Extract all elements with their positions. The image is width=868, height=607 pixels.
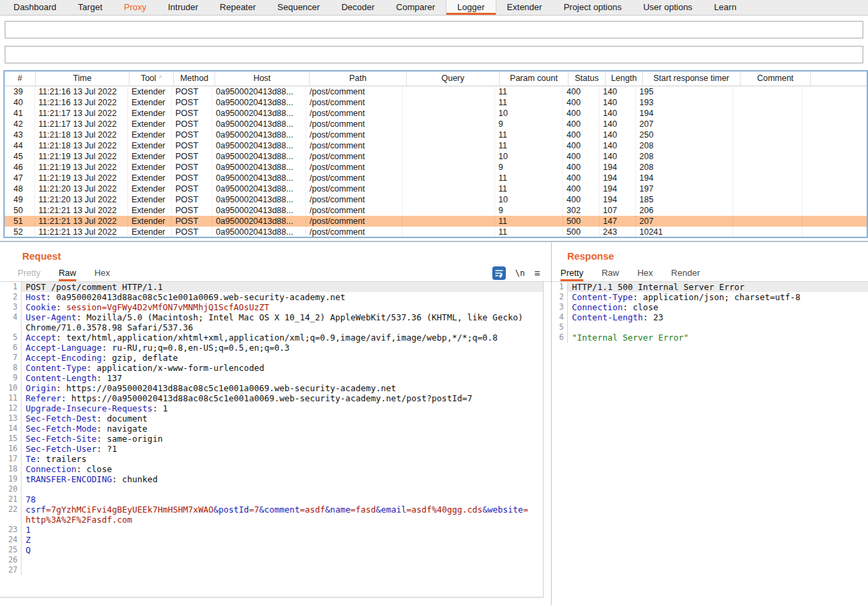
request-tab-pretty[interactable]: Pretty bbox=[18, 267, 40, 281]
top-tab-logger[interactable]: Logger bbox=[446, 0, 496, 15]
code-text: "Internal Server Error" bbox=[567, 333, 868, 343]
cell-filler bbox=[803, 183, 867, 194]
table-row[interactable]: 4811:21:20 13 Jul 2022ExtenderPOST0a9500… bbox=[5, 183, 867, 194]
table-row[interactable]: 4211:21:17 13 Jul 2022ExtenderPOST0a9500… bbox=[5, 119, 867, 129]
top-tab-proxy[interactable]: Proxy bbox=[113, 0, 157, 15]
code-line: 18Connection: close bbox=[0, 464, 543, 474]
column-header-start-response-timer[interactable]: Start response timer bbox=[643, 71, 741, 86]
editor-menu-icon[interactable]: ≡ bbox=[534, 268, 540, 278]
request-editor[interactable]: 1POST /post/comment HTTP/1.12Host: 0a950… bbox=[0, 282, 544, 598]
line-number: 7 bbox=[0, 353, 21, 363]
top-tab-dashboard[interactable]: Dashboard bbox=[3, 0, 67, 15]
code-line: 2Content-Type: application/json; charset… bbox=[552, 292, 868, 302]
table-row[interactable]: 4511:21:19 13 Jul 2022ExtenderPOST0a9500… bbox=[5, 151, 867, 162]
cell-num: 46 bbox=[5, 162, 35, 173]
column-header-method[interactable]: Method bbox=[174, 71, 215, 86]
code-line: 5Accept: text/html,application/xhtml+xml… bbox=[0, 333, 543, 343]
table-row[interactable]: 4711:21:19 13 Jul 2022ExtenderPOST0a9500… bbox=[5, 173, 867, 183]
cell-length: 140 bbox=[600, 86, 636, 97]
cell-query bbox=[403, 162, 495, 173]
table-row[interactable]: 5211:21:21 13 Jul 2022ExtenderPOST0a9500… bbox=[5, 227, 867, 237]
top-tab-extender[interactable]: Extender bbox=[496, 0, 553, 15]
top-tab-repeater[interactable]: Repeater bbox=[209, 0, 266, 15]
response-tab-raw[interactable]: Raw bbox=[602, 267, 619, 281]
top-tab-learn[interactable]: Learn bbox=[703, 0, 747, 15]
table-row[interactable]: 4111:21:17 13 Jul 2022ExtenderPOST0a9500… bbox=[5, 108, 867, 119]
code-line: 6Accept-Language: ru-RU,ru;q=0.8,en-US;q… bbox=[0, 343, 543, 353]
response-tab-render[interactable]: Render bbox=[671, 267, 700, 281]
request-tab-raw[interactable]: Raw bbox=[59, 267, 76, 281]
column-header-comment[interactable]: Comment bbox=[741, 71, 811, 86]
line-number: 5 bbox=[0, 333, 21, 343]
top-tab-comparer[interactable]: Comparer bbox=[385, 0, 446, 15]
request-tab-hex[interactable]: Hex bbox=[94, 267, 110, 281]
cell-param_count: 11 bbox=[495, 173, 563, 183]
line-number: 19 bbox=[0, 474, 21, 484]
cell-host: 0a9500020413d88... bbox=[212, 227, 306, 237]
code-text: Z bbox=[21, 535, 543, 545]
request-panel-title: Request bbox=[22, 250, 551, 262]
cell-time: 11:21:18 13 Jul 2022 bbox=[35, 129, 128, 140]
table-row[interactable]: 4411:21:18 13 Jul 2022ExtenderPOST0a9500… bbox=[5, 140, 867, 151]
cell-param_count: 11 bbox=[495, 129, 563, 140]
cell-tool: Extender bbox=[128, 173, 172, 183]
column-header-length[interactable]: Length bbox=[606, 71, 643, 86]
table-row[interactable]: 5111:21:21 13 Jul 2022ExtenderPOST0a9500… bbox=[5, 216, 867, 227]
response-tab-pretty[interactable]: Pretty bbox=[560, 267, 583, 281]
capture-filter-bar[interactable]: Capture filter: Logger memory limit set … bbox=[5, 21, 863, 38]
column-header-param-count[interactable]: Param count bbox=[500, 71, 569, 86]
cell-path: /post/comment bbox=[306, 216, 403, 227]
cell-comment bbox=[733, 194, 803, 205]
top-tab-user-options[interactable]: User options bbox=[633, 0, 703, 15]
cell-filler bbox=[803, 227, 867, 237]
cell-method: POST bbox=[172, 194, 212, 205]
cell-comment bbox=[733, 162, 803, 173]
cell-filler bbox=[803, 140, 867, 151]
line-number: 24 bbox=[0, 535, 21, 545]
column-header-tool[interactable]: Tool^ bbox=[129, 71, 174, 86]
code-text bbox=[21, 484, 543, 494]
cell-tool: Extender bbox=[128, 227, 172, 237]
code-line: 9Content-Length: 137 bbox=[0, 373, 543, 383]
cell-time: 11:21:19 13 Jul 2022 bbox=[35, 162, 128, 173]
column-header--[interactable]: # bbox=[5, 71, 36, 86]
line-number: 17 bbox=[0, 454, 21, 464]
cell-tool: Extender bbox=[128, 140, 172, 151]
table-row[interactable]: 4311:21:18 13 Jul 2022ExtenderPOST0a9500… bbox=[5, 129, 867, 140]
view-filter-bar[interactable]: View filter: Showing all items bbox=[5, 46, 863, 63]
cell-status: 400 bbox=[563, 183, 600, 194]
cell-filler bbox=[803, 97, 867, 108]
table-row[interactable]: 5011:21:21 13 Jul 2022ExtenderPOST0a9500… bbox=[5, 205, 867, 216]
cell-comment bbox=[733, 227, 803, 237]
column-header-time[interactable]: Time bbox=[36, 71, 129, 86]
line-number: 5 bbox=[552, 322, 567, 333]
cell-method: POST bbox=[172, 227, 212, 237]
cell-path: /post/comment bbox=[306, 108, 403, 119]
cell-tool: Extender bbox=[128, 205, 172, 216]
cell-filler bbox=[803, 129, 867, 140]
column-header-status[interactable]: Status bbox=[569, 71, 606, 86]
response-tab-hex[interactable]: Hex bbox=[637, 267, 653, 281]
cell-method: POST bbox=[172, 205, 212, 216]
column-header-path[interactable]: Path bbox=[310, 71, 407, 86]
word-wrap-icon[interactable] bbox=[492, 266, 506, 280]
top-tab-sequencer[interactable]: Sequencer bbox=[266, 0, 330, 15]
table-row[interactable]: 4911:21:20 13 Jul 2022ExtenderPOST0a9500… bbox=[5, 194, 867, 205]
response-editor[interactable]: 1HTTP/1.1 500 Internal Server Error2Cont… bbox=[552, 282, 868, 598]
cell-query bbox=[403, 108, 495, 119]
line-number: 2 bbox=[552, 292, 567, 302]
table-row[interactable]: 4011:21:16 13 Jul 2022ExtenderPOST0a9500… bbox=[5, 97, 867, 108]
cell-comment bbox=[733, 183, 803, 194]
top-tab-project-options[interactable]: Project options bbox=[553, 0, 633, 15]
table-row[interactable]: 4611:21:19 13 Jul 2022ExtenderPOST0a9500… bbox=[5, 162, 867, 173]
cell-timer: 207 bbox=[636, 216, 733, 227]
code-text: Accept-Language: ru-RU,ru;q=0.8,en-US;q=… bbox=[21, 343, 543, 353]
column-header-host[interactable]: Host bbox=[215, 71, 310, 86]
top-tab-decoder[interactable]: Decoder bbox=[330, 0, 385, 15]
code-line: 4User-Agent: Mozilla/5.0 (Macintosh; Int… bbox=[0, 312, 543, 322]
newline-toggle-icon[interactable]: \n bbox=[515, 268, 525, 278]
top-tab-target[interactable]: Target bbox=[67, 0, 113, 15]
top-tab-intruder[interactable]: Intruder bbox=[157, 0, 209, 15]
table-row[interactable]: 3911:21:16 13 Jul 2022ExtenderPOST0a9500… bbox=[5, 86, 867, 97]
column-header-query[interactable]: Query bbox=[407, 71, 500, 86]
